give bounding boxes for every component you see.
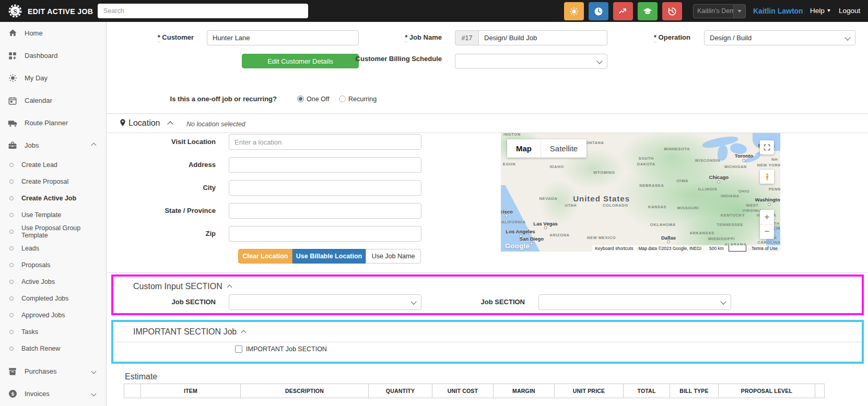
sidebar-item-approved-jobs[interactable]: Approved Jobs xyxy=(0,307,106,324)
sidebar-item-create-active-job[interactable]: Create Active Job xyxy=(0,190,106,207)
help-menu[interactable]: Help xyxy=(810,7,830,15)
box-icon xyxy=(7,366,18,377)
sidebar-item-label: Use Template xyxy=(21,211,61,219)
history-icon[interactable] xyxy=(662,2,682,20)
zoom-in-button[interactable]: + xyxy=(760,210,774,225)
city-label: City xyxy=(107,184,216,192)
sidebar-item-my-day[interactable]: My Day xyxy=(0,67,106,89)
bullet-icon xyxy=(9,246,14,250)
use-job-name-button[interactable]: Use Job Name xyxy=(366,249,421,264)
estimate-table: ITEMDESCRIPTIONQUANTITYUNIT COSTMARGINUN… xyxy=(124,384,825,398)
custom-input-section: Custom Input SECTION xyxy=(111,274,864,315)
zip-input[interactable] xyxy=(229,226,421,242)
sidebar-item-create-proposal[interactable]: Create Proposal xyxy=(0,173,106,190)
zoom-out-button[interactable]: − xyxy=(760,225,774,240)
map-state-label: WYOMING xyxy=(593,170,615,174)
truck-icon xyxy=(7,118,18,128)
sidebar-item-create-lead[interactable]: Create Lead xyxy=(0,157,106,173)
brightness-icon[interactable] xyxy=(564,2,584,20)
sidebar-item-jobs[interactable]: Jobs xyxy=(0,134,106,157)
account-selector[interactable]: Kaitlin's Demo xyxy=(693,4,734,18)
sidebar-item-home[interactable]: Home xyxy=(0,22,106,44)
radio-recurring[interactable] xyxy=(339,95,346,102)
chevron-down-icon xyxy=(91,369,97,374)
job-section-label-1: Job SECTION xyxy=(107,298,216,306)
section-divider xyxy=(113,342,862,342)
required-asterisk: * xyxy=(158,33,160,42)
chevron-up-icon xyxy=(227,285,232,290)
important-checkbox[interactable] xyxy=(235,345,242,353)
keyboard-shortcuts-link[interactable]: Keyboard shortcuts xyxy=(592,245,636,252)
trend-icon[interactable] xyxy=(613,2,633,20)
terms-of-use-link[interactable]: Terms of Use xyxy=(749,245,780,252)
education-icon[interactable] xyxy=(638,2,658,20)
sidebar-item-label: Calendar xyxy=(25,97,52,104)
address-input[interactable] xyxy=(229,157,421,173)
map-state-label: ARIZONA xyxy=(549,233,569,237)
sidebar-item-proposals[interactable]: Proposals xyxy=(0,257,106,273)
account-selector-caret[interactable] xyxy=(734,4,746,18)
radio-recurring-label: Recurring xyxy=(348,95,377,103)
state-input[interactable] xyxy=(229,203,421,219)
clear-location-button[interactable]: Clear Location xyxy=(238,249,292,264)
map-state-label: NEVADA xyxy=(539,196,558,200)
app-logo-icon[interactable]: S xyxy=(8,4,22,18)
custom-section-title[interactable]: Custom Input SECTION xyxy=(133,282,231,291)
job-section-select-2[interactable] xyxy=(538,294,731,310)
calendar-icon xyxy=(7,95,18,106)
bullet-icon xyxy=(9,263,14,267)
google-map[interactable]: INGTONMONTANAMINNESOTAOttawaSOUTHDAKOTAW… xyxy=(501,133,780,252)
sidebar-item-batch-renew[interactable]: Batch Renew xyxy=(0,340,106,357)
sidebar-item-label: Leads xyxy=(21,245,39,252)
sidebar-item-active-jobs[interactable]: Active Jobs xyxy=(0,273,106,290)
sidebar-item-tasks[interactable]: Tasks xyxy=(0,324,106,340)
important-section-title[interactable]: IMPORTANT SECTION Job xyxy=(133,327,245,337)
sidebar-item-label: Active Jobs xyxy=(21,278,55,285)
logout-button[interactable]: Logout xyxy=(839,7,860,15)
map-state-label: PENN xyxy=(769,186,780,191)
location-header[interactable]: Location No location selected xyxy=(107,114,868,133)
map-state-label: NEBRASKA xyxy=(639,183,664,187)
sidebar-item-dashboard[interactable]: Dashboard xyxy=(0,44,106,67)
sidebar-item-use-template[interactable]: Use Template xyxy=(0,207,106,223)
sidebar-item-route-planner[interactable]: Route Planner xyxy=(0,112,106,134)
clock-icon[interactable] xyxy=(589,2,608,20)
sidebar-item-leads[interactable]: Leads xyxy=(0,240,106,257)
map-state-label: MICHIGAN xyxy=(724,164,747,169)
billing-schedule-select[interactable] xyxy=(455,54,607,69)
use-billable-location-button[interactable]: Use Billable Location xyxy=(292,249,366,264)
sidebar-item-calendar[interactable]: Calendar xyxy=(0,89,106,112)
map-view-button[interactable]: Map xyxy=(507,139,541,158)
svg-text:$: $ xyxy=(11,391,14,397)
satellite-view-button[interactable]: Satellite xyxy=(541,139,587,158)
search-input[interactable] xyxy=(98,4,308,18)
visit-location-input[interactable] xyxy=(229,134,421,150)
map-city-label: Las Vegas xyxy=(533,220,557,226)
zip-label: Zip xyxy=(107,230,216,238)
job-name-input[interactable] xyxy=(479,30,607,45)
edit-customer-details-button[interactable]: Edit Customer Details xyxy=(242,54,359,68)
city-input[interactable] xyxy=(229,180,421,196)
customer-input[interactable] xyxy=(207,30,359,45)
estimate-column-header: DESCRIPTION xyxy=(241,384,369,398)
sidebar-item-invoices[interactable]: $ Invoices xyxy=(0,383,106,405)
sidebar-item-purchases[interactable]: Purchases xyxy=(0,360,106,383)
fullscreen-icon[interactable] xyxy=(760,140,774,154)
operation-select[interactable]: Design / Build xyxy=(704,30,855,45)
sidebar-item-completed-jobs[interactable]: Completed Jobs xyxy=(0,290,106,307)
radio-one-off[interactable] xyxy=(297,95,304,102)
map-state-label: MISSOURI xyxy=(677,206,699,210)
scale-bar xyxy=(729,245,746,252)
sidebar-item-label: Completed Jobs xyxy=(21,295,68,302)
map-state-label: WISCONSIN xyxy=(695,158,721,163)
important-checkbox-label: IMPORTANT Job SECTION xyxy=(246,345,327,353)
user-name-link[interactable]: Kaitlin Lawton xyxy=(753,7,803,15)
bullet-icon xyxy=(9,196,14,200)
sidebar-item-label: Create Active Job xyxy=(21,195,76,202)
job-section-select-1[interactable] xyxy=(229,294,421,310)
bullet-icon xyxy=(9,296,14,301)
sidebar-item-use-proposal-group-template[interactable]: Use Proposal Group Template xyxy=(0,223,106,240)
map-state-label: WEST xyxy=(746,203,758,208)
pegman-icon[interactable] xyxy=(760,170,774,184)
map-city-label: Washington xyxy=(755,197,780,202)
